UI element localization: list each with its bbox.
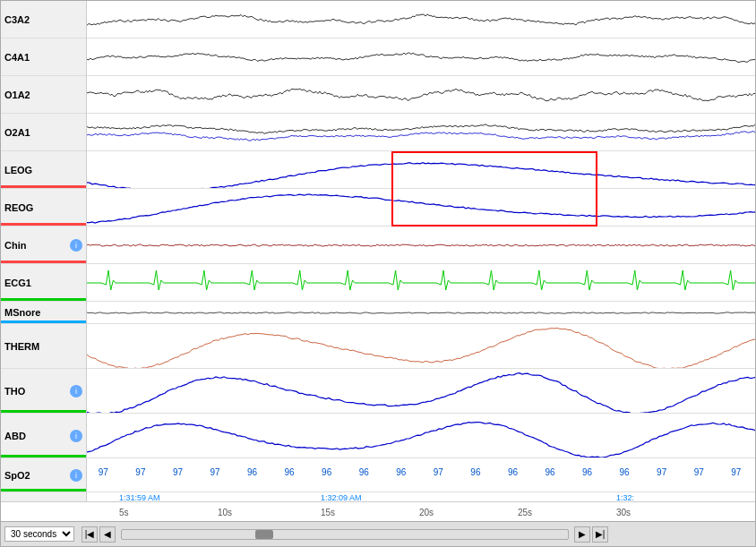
- spo2-value-16: 97: [694, 467, 704, 477]
- channel-row-c4a1: [87, 38, 755, 76]
- color-bar-chin: [1, 261, 86, 263]
- spo2-value-1: 97: [135, 467, 145, 477]
- channel-row-o1a2: [87, 76, 755, 114]
- timeline-time: 1:32:09 AM: [321, 493, 362, 502]
- nav-last-button[interactable]: ▶|: [592, 526, 608, 543]
- speed-selector[interactable]: 30 seconds: [4, 526, 74, 542]
- channel-label-spo2: SpO2i: [1, 458, 86, 492]
- channel-row-ecg1: [87, 264, 755, 302]
- channel-row-abd: [87, 414, 755, 458]
- channel-label-abd: ABDi: [1, 414, 86, 458]
- channel-label-o2a1: O2A1: [1, 114, 86, 151]
- color-bar-spo2: [1, 489, 86, 491]
- spo2-value-4: 96: [247, 467, 257, 477]
- timeline-seconds-20s: 20s: [419, 508, 434, 517]
- label-text-spo2: SpO2: [4, 470, 30, 481]
- color-bar-msnore: [1, 321, 86, 323]
- spo2-value-8: 96: [396, 467, 406, 477]
- bottom-bar: 30 seconds |◀ ◀ ▶ ▶|: [1, 521, 755, 546]
- channel-row-c3a2: [87, 1, 755, 38]
- info-icon-tho[interactable]: i: [70, 385, 82, 397]
- channel-row-leog: [87, 151, 755, 189]
- spo2-value-7: 96: [359, 467, 369, 477]
- timeline-seconds-25s: 25s: [518, 508, 532, 517]
- timeline-time: 1:32:: [616, 493, 634, 502]
- scrollbar[interactable]: [121, 529, 569, 540]
- spo2-value-9: 97: [434, 467, 443, 477]
- color-bar-abd: [1, 455, 86, 457]
- channel-label-hr: HRi: [1, 492, 86, 501]
- info-icon-chin[interactable]: i: [70, 239, 82, 252]
- label-text-ecg1: ECG1: [4, 278, 31, 288]
- channel-label-c3a2: C3A2: [1, 1, 86, 38]
- timeline-seconds-5s: 5s: [119, 508, 129, 517]
- channel-label-msnore: MSnore: [1, 302, 86, 324]
- labels-column: C3A2C4A1O1A2O2A1LEOGREOGChiniECG1MSnoreT…: [1, 1, 87, 501]
- color-bar-leog: [1, 185, 86, 188]
- channel-label-leog: LEOG: [1, 151, 86, 189]
- spo2-value-6: 96: [322, 467, 331, 477]
- label-text-o2a1: O2A1: [4, 127, 30, 138]
- channel-label-chin: Chini: [1, 226, 86, 264]
- scrollbar-thumb[interactable]: [255, 530, 273, 539]
- label-text-reog: REOG: [4, 202, 33, 213]
- label-text-tho: THO: [4, 386, 25, 397]
- spo2-value-10: 96: [470, 467, 480, 477]
- info-icon-spo2[interactable]: i: [70, 469, 82, 482]
- main-container: C3A2C4A1O1A2O2A1LEOGREOGChiniECG1MSnoreT…: [0, 0, 756, 547]
- info-icon-abd[interactable]: i: [70, 430, 82, 442]
- playback-controls: 30 seconds: [1, 525, 78, 543]
- channel-row-o2a1: [87, 114, 755, 151]
- timeline-seconds-30s: 30s: [616, 508, 631, 517]
- spo2-value-15: 97: [657, 467, 666, 477]
- color-bar-tho: [1, 410, 86, 413]
- label-text-leog: LEOG: [4, 165, 32, 175]
- spo2-value-11: 96: [508, 467, 518, 477]
- channel-row-chin: [87, 226, 755, 264]
- label-text-c4a1: C4A1: [4, 52, 30, 63]
- nav-prev-button[interactable]: ◀: [99, 526, 116, 543]
- spo2-value-2: 97: [173, 467, 183, 477]
- label-text-o1a2: O1A2: [4, 90, 30, 100]
- timeline-seconds-10s: 10s: [218, 508, 232, 517]
- color-bar-ecg1: [1, 298, 86, 301]
- spo2-value-14: 96: [620, 467, 630, 477]
- nav-next-button[interactable]: ▶: [574, 526, 590, 543]
- spo2-value-0: 97: [99, 467, 108, 477]
- channel-label-tho: THOi: [1, 369, 86, 414]
- channel-label-reog: REOG: [1, 189, 86, 226]
- channel-row-msnore: [87, 302, 755, 324]
- label-text-c3a2: C3A2: [4, 14, 30, 25]
- spo2-value-5: 96: [285, 467, 295, 477]
- channel-row-therm: [87, 324, 755, 369]
- spo2-value-13: 96: [582, 467, 592, 477]
- chart-area: C3A2C4A1O1A2O2A1LEOGREOGChiniECG1MSnoreT…: [1, 1, 755, 501]
- spo2-value-12: 96: [545, 467, 554, 477]
- label-text-chin: Chin: [4, 240, 26, 251]
- charts-column: 9797979796969696969796969696969797974345…: [87, 1, 755, 501]
- channel-label-c4a1: C4A1: [1, 38, 86, 76]
- label-text-msnore: MSnore: [4, 307, 40, 318]
- timeline-time: 1:31:59 AM: [119, 493, 160, 502]
- spo2-value-17: 97: [731, 467, 741, 477]
- channel-label-therm: THERM: [1, 324, 86, 369]
- label-text-abd: ABD: [4, 431, 26, 441]
- nav-first-button[interactable]: |◀: [82, 526, 98, 543]
- timeline-seconds-15s: 15s: [321, 508, 335, 517]
- channel-row-spo2: 979797979696969696979696969696979797: [87, 458, 755, 492]
- color-bar-reog: [1, 223, 86, 226]
- timeline-bar: 5s10s15s20s25s30s1:31:59 AM1:32:09 AM1:3…: [1, 501, 755, 521]
- channel-label-ecg1: ECG1: [1, 264, 86, 302]
- label-text-therm: THERM: [4, 341, 39, 352]
- channel-row-hr: 4345505230454247444740505350303040: [87, 492, 755, 501]
- channel-label-o1a2: O1A2: [1, 76, 86, 114]
- channel-row-tho: [87, 369, 755, 414]
- spo2-value-3: 97: [210, 467, 219, 477]
- channel-row-reog: [87, 189, 755, 226]
